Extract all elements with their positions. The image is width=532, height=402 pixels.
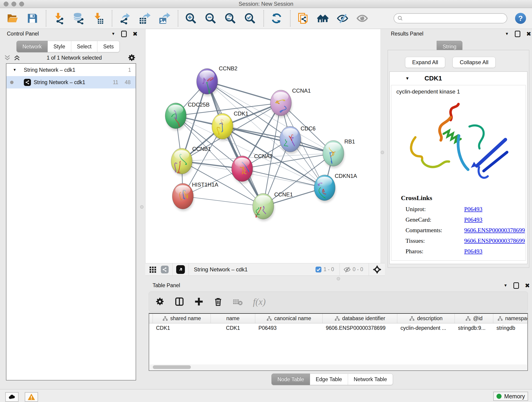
network-node-cdc25b[interactable]	[165, 103, 187, 131]
close-panel-icon[interactable]: ✖	[133, 32, 138, 36]
column-header-shared-name[interactable]: shared name	[153, 314, 211, 323]
network-row-selected[interactable]: String Network – cdk1 11 48	[6, 76, 136, 89]
import-network-database-button[interactable]	[72, 12, 85, 25]
table-cell-namespace[interactable]: stringdb	[493, 323, 528, 332]
table-cell-description[interactable]: cyclin-dependent ...	[397, 323, 455, 332]
chevron-down-icon[interactable]: ▼	[405, 76, 409, 81]
float-panel-icon[interactable]	[513, 282, 519, 289]
memory-button[interactable]: Memory	[493, 392, 528, 401]
tree-disclosure-icon[interactable]: ▼	[13, 68, 17, 72]
zoom-out-button[interactable]	[204, 12, 217, 25]
network-collection-row[interactable]: ▼ String Network – cdk1 1	[6, 64, 136, 76]
selected-checkbox-icon[interactable]	[315, 266, 322, 273]
zoom-fit-button[interactable]	[224, 12, 236, 25]
close-panel-icon[interactable]: ✖	[525, 283, 530, 288]
table-cell-name[interactable]: CDK1	[211, 323, 255, 332]
crosslink-link[interactable]: 9606.ENSP00000378699	[464, 237, 525, 244]
function-builder-button[interactable]: f(x)	[253, 296, 266, 307]
first-neighbors-button[interactable]	[317, 12, 329, 25]
table-tab-node-table[interactable]: Node Table	[272, 374, 310, 385]
delete-column-button[interactable]	[214, 297, 223, 306]
network-edge[interactable]	[183, 196, 263, 206]
table-cell-shared-name[interactable]: CDK1	[153, 323, 211, 332]
export-network-button[interactable]	[119, 12, 131, 25]
network-node-ccnb1[interactable]	[171, 148, 193, 176]
hidden-eye-icon[interactable]	[343, 266, 351, 273]
collapse-panel-icon[interactable]: ▼	[505, 32, 509, 36]
crosslink-link[interactable]: P06493	[464, 206, 482, 213]
warnings-button[interactable]	[25, 392, 38, 402]
node-result-header[interactable]: ▼ CDK1	[390, 72, 527, 85]
collapse-all-button[interactable]: Collapse All	[452, 57, 495, 68]
network-node-ccna2[interactable]	[232, 156, 253, 184]
network-node-cdkn1a[interactable]	[314, 175, 336, 203]
tab-network[interactable]: Network	[17, 41, 48, 52]
crosslink-link[interactable]: 9606.ENSP00000378699	[464, 227, 525, 234]
export-table-button[interactable]	[138, 12, 151, 25]
table-tab-network-table[interactable]: Network Table	[348, 374, 393, 385]
crosslink-link[interactable]: P06493	[464, 216, 482, 223]
horizontal-scrollbar[interactable]	[150, 364, 527, 370]
close-panel-icon[interactable]: ✖	[526, 32, 531, 36]
show-columns-button[interactable]	[175, 297, 184, 306]
collapse-all-icon[interactable]	[3, 54, 11, 62]
right-splitter-handle[interactable]	[381, 151, 384, 154]
collapse-panel-icon[interactable]: ▼	[504, 283, 507, 288]
horizontal-splitter[interactable]	[138, 276, 532, 281]
refresh-view-button[interactable]	[270, 12, 283, 25]
column-header-description[interactable]: description	[397, 314, 455, 323]
zoom-in-button[interactable]	[185, 12, 197, 25]
network-canvas[interactable]: CCNB2CCNA1CDC25BCDK1CDC6RB1CCNB1CCNA2CDK…	[145, 29, 380, 263]
left-splitter-handle[interactable]	[140, 205, 143, 209]
float-panel-icon[interactable]	[121, 31, 127, 37]
tab-select[interactable]: Select	[71, 41, 98, 52]
float-panel-icon[interactable]	[515, 31, 520, 37]
network-node-rb1[interactable]	[323, 140, 345, 168]
network-node-cdk1[interactable]	[212, 114, 234, 141]
node-table[interactable]: shared namenamecanonical namedatabase id…	[149, 313, 528, 371]
table-tab-edge-table[interactable]: Edge Table	[310, 374, 348, 385]
import-table-button[interactable]	[92, 12, 104, 25]
expand-all-icon[interactable]	[13, 54, 21, 62]
save-session-button[interactable]	[26, 12, 38, 25]
delete-table-button[interactable]	[233, 297, 243, 307]
horizontal-splitter-handle[interactable]	[337, 277, 340, 280]
table-row[interactable]: CDK1CDK1P064939606.ENSP00000378699cyclin…	[149, 323, 527, 332]
export-image-button[interactable]	[158, 12, 171, 25]
zoom-selected-button[interactable]	[244, 12, 256, 25]
add-column-button[interactable]	[194, 297, 203, 306]
search-input[interactable]	[403, 15, 496, 22]
column-header-canonical-name[interactable]: canonical name	[255, 314, 323, 323]
new-network-from-selection-button[interactable]	[297, 12, 309, 25]
tab-style[interactable]: Style	[48, 41, 71, 52]
column-header-name[interactable]: name	[211, 314, 255, 323]
collapse-panel-icon[interactable]: ▼	[111, 32, 115, 36]
table-cell-canonical-name[interactable]: P06493	[255, 323, 323, 332]
table-cell-database-identifier[interactable]: 9606.ENSP00000378699	[323, 323, 397, 332]
show-all-button[interactable]	[356, 12, 368, 25]
column-header-namespace[interactable]: namespace	[493, 314, 528, 323]
table-settings-button[interactable]	[155, 297, 165, 306]
column-header--id[interactable]: @id	[455, 314, 493, 323]
open-session-button[interactable]	[6, 12, 19, 25]
network-edge[interactable]	[242, 169, 325, 188]
scrollbar-thumb[interactable]	[153, 365, 191, 369]
expand-all-button[interactable]: Expand All	[405, 57, 445, 68]
hide-selected-button[interactable]	[336, 12, 349, 25]
network-node-ccna1[interactable]	[270, 90, 292, 118]
network-overview-icon[interactable]	[161, 266, 169, 274]
crosslink-link[interactable]: P06493	[464, 248, 482, 255]
network-node-ccnb2[interactable]	[196, 69, 218, 96]
fit-content-crosshair-icon[interactable]	[373, 265, 382, 274]
network-node-hist1h1a[interactable]	[172, 183, 194, 211]
gear-icon[interactable]	[128, 54, 136, 62]
open-in-window-button[interactable]	[176, 265, 185, 274]
table-cell--id[interactable]: stringdb:9...	[455, 323, 493, 332]
birds-eye-grid-icon[interactable]	[149, 266, 157, 274]
network-node-ccne1[interactable]	[253, 193, 274, 221]
import-network-file-button[interactable]	[53, 12, 65, 25]
column-header-database-identifier[interactable]: database identifier	[323, 314, 397, 323]
cloud-status-button[interactable]	[5, 392, 19, 402]
help-button[interactable]: ?	[515, 13, 526, 24]
tab-sets[interactable]: Sets	[97, 41, 120, 52]
